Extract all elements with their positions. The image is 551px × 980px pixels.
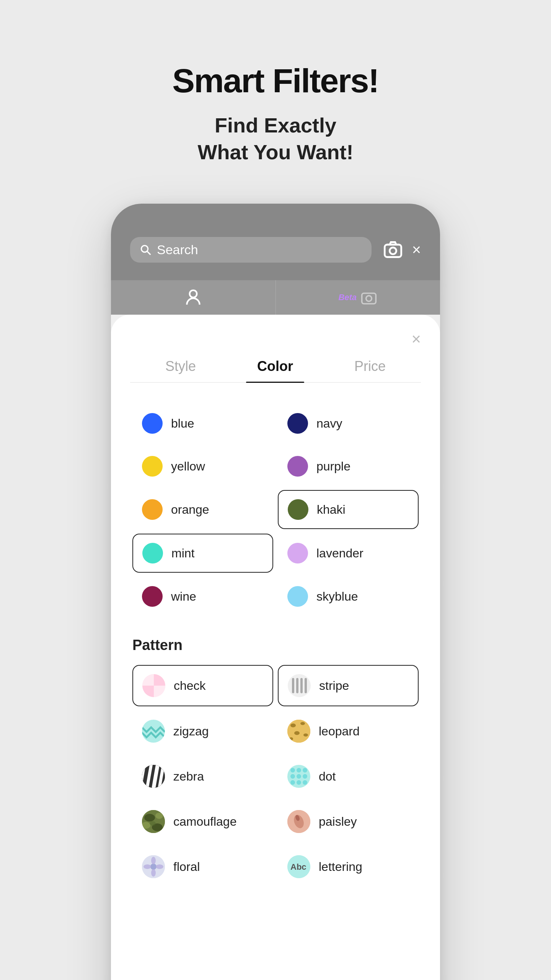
color-item-yellow[interactable]: yellow bbox=[132, 447, 273, 485]
svg-point-0 bbox=[141, 246, 148, 252]
svg-point-8 bbox=[300, 722, 305, 725]
color-dot-wine bbox=[142, 586, 163, 607]
color-label-blue: blue bbox=[171, 416, 194, 431]
search-placeholder: Search bbox=[157, 242, 198, 257]
preview-col-2: Beta bbox=[276, 280, 440, 315]
panel-close-area: × bbox=[130, 330, 421, 348]
search-icon bbox=[139, 243, 152, 256]
pattern-label-paisley: paisley bbox=[319, 815, 357, 829]
pattern-label-stripe: stripe bbox=[319, 679, 349, 693]
zebra-pattern-icon bbox=[142, 765, 165, 788]
color-label-skyblue: skyblue bbox=[316, 590, 358, 604]
color-dot-blue bbox=[142, 413, 163, 434]
pattern-item-stripe[interactable]: stripe bbox=[278, 665, 419, 706]
pattern-item-paisley[interactable]: paisley bbox=[278, 801, 419, 842]
page-subtitle: Find Exactly What You Want! bbox=[198, 112, 354, 165]
svg-point-11 bbox=[289, 737, 293, 740]
svg-point-29 bbox=[151, 869, 156, 877]
svg-point-22 bbox=[150, 821, 156, 826]
color-item-navy[interactable]: navy bbox=[278, 404, 419, 443]
camera-icon[interactable] bbox=[383, 240, 403, 260]
pattern-item-zebra[interactable]: zebra bbox=[132, 756, 273, 797]
pattern-section-title: Pattern bbox=[132, 637, 421, 653]
preview-col-1 bbox=[111, 280, 276, 315]
pattern-item-zigzag[interactable]: zigzag bbox=[132, 711, 273, 751]
color-item-mint[interactable]: mint bbox=[132, 534, 273, 573]
color-dot-khaki bbox=[288, 499, 308, 520]
pattern-item-camouflage[interactable]: camouflage bbox=[132, 801, 273, 842]
tab-price[interactable]: Price bbox=[324, 352, 416, 382]
svg-point-19 bbox=[155, 813, 163, 819]
color-dot-navy bbox=[287, 413, 308, 434]
color-dot-purple bbox=[287, 456, 308, 477]
filter-tabs: Style Color Price bbox=[130, 352, 421, 383]
svg-line-1 bbox=[147, 252, 151, 255]
pattern-item-dot[interactable]: dot bbox=[278, 756, 419, 797]
camera-icon-2 bbox=[360, 289, 377, 306]
color-item-khaki[interactable]: khaki bbox=[278, 490, 419, 529]
color-item-blue[interactable]: blue bbox=[132, 404, 273, 443]
pattern-label-floral: floral bbox=[173, 860, 200, 874]
color-label-yellow: yellow bbox=[171, 459, 205, 474]
svg-point-5 bbox=[366, 296, 372, 302]
search-bar[interactable]: Search bbox=[130, 237, 372, 263]
svg-point-31 bbox=[156, 864, 163, 869]
pattern-label-lettering: lettering bbox=[319, 860, 362, 874]
color-grid: blue navy yellow purple orange khaki min… bbox=[130, 402, 421, 618]
color-label-lavender: lavender bbox=[316, 546, 364, 560]
paisley-pattern-icon bbox=[287, 810, 310, 833]
phone-close-icon[interactable]: × bbox=[412, 241, 421, 258]
stripe-pattern-icon bbox=[288, 674, 311, 697]
color-label-khaki: khaki bbox=[317, 503, 346, 517]
color-label-orange: orange bbox=[171, 503, 209, 517]
color-label-purple: purple bbox=[316, 459, 350, 474]
pattern-label-check: check bbox=[174, 679, 206, 693]
tab-style[interactable]: Style bbox=[135, 352, 227, 382]
phone-preview-area: Beta bbox=[111, 280, 440, 315]
color-label-navy: navy bbox=[316, 416, 342, 431]
svg-point-27 bbox=[150, 864, 156, 870]
svg-point-30 bbox=[143, 864, 151, 869]
color-label-mint: mint bbox=[171, 546, 194, 560]
color-label-wine: wine bbox=[171, 590, 196, 604]
pattern-item-floral[interactable]: floral bbox=[132, 846, 273, 887]
svg-point-7 bbox=[290, 724, 296, 727]
pattern-grid: check stripe zigzag le bbox=[130, 663, 421, 889]
pattern-item-lettering[interactable]: Abc lettering bbox=[278, 846, 419, 887]
pattern-label-zigzag: zigzag bbox=[173, 724, 209, 738]
color-dot-lavender bbox=[287, 543, 308, 564]
page-title: Smart Filters! bbox=[172, 61, 378, 100]
pattern-label-zebra: zebra bbox=[173, 769, 204, 784]
svg-point-10 bbox=[303, 733, 308, 737]
pattern-item-check[interactable]: check bbox=[132, 665, 273, 706]
phone-top-icons: × bbox=[383, 240, 421, 260]
color-item-orange[interactable]: orange bbox=[132, 490, 273, 529]
color-item-purple[interactable]: purple bbox=[278, 447, 419, 485]
color-item-wine[interactable]: wine bbox=[132, 577, 273, 616]
pattern-item-leopard[interactable]: leopard bbox=[278, 711, 419, 751]
svg-text:Abc: Abc bbox=[290, 862, 306, 872]
floral-pattern-icon bbox=[142, 855, 165, 878]
beta-badge: Beta bbox=[338, 292, 357, 302]
camouflage-pattern-icon bbox=[142, 810, 165, 833]
tab-color[interactable]: Color bbox=[227, 352, 324, 382]
color-dot-yellow bbox=[142, 456, 163, 477]
panel-close-button[interactable]: × bbox=[411, 330, 421, 348]
color-dot-skyblue bbox=[287, 586, 308, 607]
lettering-pattern-icon: Abc bbox=[287, 855, 310, 878]
pattern-label-dot: dot bbox=[319, 769, 336, 784]
color-item-lavender[interactable]: lavender bbox=[278, 534, 419, 573]
dot-pattern-icon bbox=[287, 765, 310, 788]
filter-panel: × Style Color Price blue navy yellow pur… bbox=[111, 315, 440, 980]
color-dot-mint bbox=[142, 543, 163, 564]
svg-rect-4 bbox=[362, 293, 376, 304]
svg-point-28 bbox=[151, 857, 156, 864]
svg-point-18 bbox=[144, 814, 155, 822]
leopard-pattern-icon bbox=[287, 720, 310, 743]
color-item-skyblue[interactable]: skyblue bbox=[278, 577, 419, 616]
svg-rect-2 bbox=[385, 245, 401, 257]
phone-frame: Search × Beta bbox=[111, 204, 440, 980]
svg-point-9 bbox=[294, 731, 300, 735]
check-pattern-icon bbox=[142, 674, 165, 697]
zigzag-pattern-icon bbox=[142, 720, 165, 743]
